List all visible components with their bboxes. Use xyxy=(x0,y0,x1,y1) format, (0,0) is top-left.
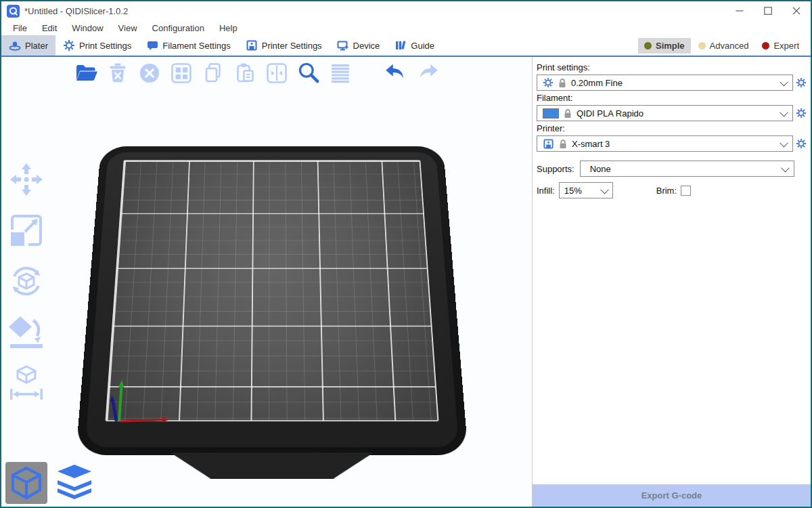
redo-button[interactable] xyxy=(415,60,441,87)
menu-configuration[interactable]: Configuration xyxy=(145,22,212,35)
filament-color-swatch xyxy=(543,108,559,119)
copy-button[interactable] xyxy=(200,60,226,87)
editor-3d-view-button[interactable] xyxy=(5,462,47,504)
layers-stack-icon xyxy=(53,462,95,504)
lock-icon xyxy=(558,78,566,88)
move-tool-button[interactable] xyxy=(7,160,46,199)
gear-icon xyxy=(796,77,807,88)
copy-icon xyxy=(201,61,225,85)
window-title: *Untitled - QIDISlicer-1.0.2 xyxy=(24,6,128,16)
main-area: Print settings: 0.20mm Fine xyxy=(1,57,811,507)
brim-label: Brim: xyxy=(656,186,677,196)
menu-view[interactable]: View xyxy=(111,22,145,35)
settings-panel: Print settings: 0.20mm Fine xyxy=(532,57,811,507)
tab-print-settings[interactable]: Print Settings xyxy=(55,35,139,56)
delete-button[interactable] xyxy=(105,60,131,87)
brim-checkbox[interactable] xyxy=(681,186,691,196)
lock-icon xyxy=(559,139,567,149)
minimize-button[interactable] xyxy=(725,2,754,20)
tab-plater[interactable]: Plater xyxy=(1,35,55,56)
open-file-button[interactable] xyxy=(73,60,99,87)
delete-all-button[interactable] xyxy=(137,60,162,87)
guide-icon xyxy=(394,39,407,51)
infill-select[interactable]: 15% xyxy=(559,182,613,198)
rotate-tool-button[interactable] xyxy=(7,261,46,301)
maximize-button[interactable] xyxy=(754,2,782,20)
simple-dot-icon xyxy=(644,42,652,49)
preview-layers-view-button[interactable] xyxy=(53,462,95,504)
y-axis-arrow xyxy=(118,380,125,387)
mode-switcher: Simple Advanced Expert xyxy=(638,35,811,56)
place-on-face-icon xyxy=(7,313,45,351)
search-button[interactable] xyxy=(296,60,321,87)
plater-3d-viewport[interactable] xyxy=(1,57,532,507)
tab-device[interactable]: Device xyxy=(330,35,388,56)
open-folder-icon xyxy=(74,61,98,85)
supports-select[interactable]: None xyxy=(580,161,794,177)
viewport-toolbar xyxy=(73,60,441,87)
object-manipulation-toolbar xyxy=(1,160,51,402)
menu-edit[interactable]: Edit xyxy=(35,22,64,35)
menu-window[interactable]: Window xyxy=(64,22,110,35)
undo-button[interactable] xyxy=(383,60,409,87)
x-axis-arrow xyxy=(162,417,169,423)
printer-row: X-smart 3 xyxy=(537,135,809,152)
filament-select[interactable]: QIDI PLA Rapido xyxy=(537,105,793,121)
cube-3d-icon xyxy=(5,462,47,504)
menu-bar: File Edit Window View Configuration Help xyxy=(1,20,811,35)
paste-button[interactable] xyxy=(232,60,258,87)
menu-file[interactable]: File xyxy=(5,22,35,35)
search-icon xyxy=(296,60,321,86)
undo-icon xyxy=(383,60,409,86)
scale-tool-button[interactable] xyxy=(7,211,46,250)
split-objects-button[interactable] xyxy=(264,60,290,87)
close-button[interactable] xyxy=(782,2,811,20)
menu-help[interactable]: Help xyxy=(212,22,245,35)
printer-icon xyxy=(246,39,258,51)
expert-dot-icon xyxy=(762,42,769,49)
print-settings-label: Print settings: xyxy=(537,62,794,72)
mode-advanced-button[interactable]: Advanced xyxy=(692,38,755,54)
place-on-face-tool-button[interactable] xyxy=(7,312,46,352)
mode-label: Expert xyxy=(773,41,799,51)
printer-label: Printer: xyxy=(537,123,794,133)
split-view-icon xyxy=(265,61,289,85)
printer-value: X-smart 3 xyxy=(572,139,776,149)
print-settings-gear-button[interactable] xyxy=(794,77,808,88)
app-logo-icon xyxy=(7,5,20,18)
mode-expert-button[interactable]: Expert xyxy=(756,38,805,54)
tab-filament-settings[interactable]: Filament Settings xyxy=(139,35,238,56)
tab-label: Guide xyxy=(411,41,434,51)
tab-printer-settings[interactable]: Printer Settings xyxy=(238,35,330,56)
measure-tool-button[interactable] xyxy=(7,363,46,402)
move-icon xyxy=(7,161,45,198)
tab-guide[interactable]: Guide xyxy=(387,35,442,56)
print-settings-select[interactable]: 0.20mm Fine xyxy=(537,75,793,91)
printer-gear-button[interactable] xyxy=(794,138,808,149)
gear-icon xyxy=(796,138,807,149)
mode-simple-button[interactable]: Simple xyxy=(638,38,691,54)
maximize-icon xyxy=(764,7,772,15)
scale-icon xyxy=(7,211,45,249)
tab-label: Device xyxy=(353,41,380,51)
tab-bar: Plater Print Settings Filament Settings … xyxy=(1,35,811,57)
tab-label: Plater xyxy=(25,41,48,51)
chevron-down-icon xyxy=(780,138,788,147)
minimize-icon xyxy=(736,7,744,15)
supports-value: None xyxy=(590,164,777,174)
printer-select[interactable]: X-smart 3 xyxy=(537,135,793,152)
print-settings-value: 0.20mm Fine xyxy=(571,78,776,88)
title-bar: *Untitled - QIDISlicer-1.0.2 xyxy=(1,1,811,20)
gear-icon xyxy=(543,77,554,88)
measure-icon xyxy=(7,364,45,402)
chevron-down-icon xyxy=(600,185,609,194)
layers-list-icon xyxy=(328,61,353,85)
arrange-button[interactable] xyxy=(168,60,194,87)
tab-label: Filament Settings xyxy=(162,41,230,51)
chevron-down-icon xyxy=(780,108,788,117)
view-switcher xyxy=(5,462,95,504)
export-gcode-button[interactable]: Export G-code xyxy=(533,484,811,507)
origin-axes xyxy=(89,358,177,446)
filament-gear-button[interactable] xyxy=(794,108,808,119)
variable-layer-height-button[interactable] xyxy=(328,60,353,87)
